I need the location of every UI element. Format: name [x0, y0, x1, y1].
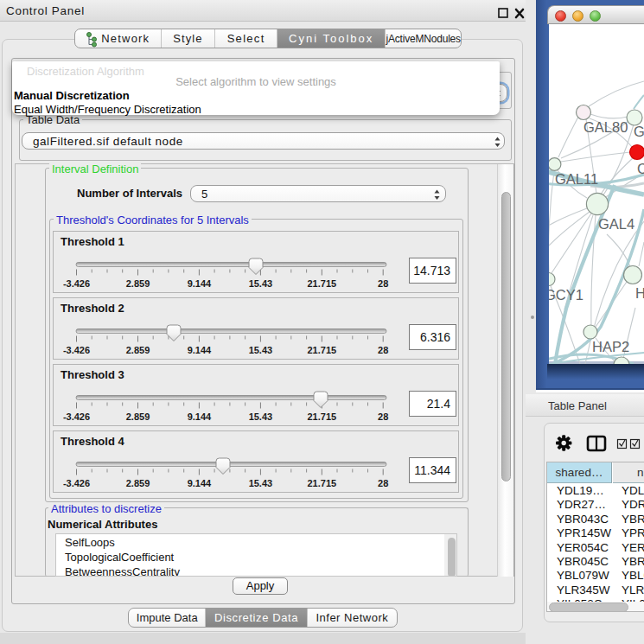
svg-text:21.715: 21.715 — [307, 411, 336, 422]
svg-text:15.43: 15.43 — [249, 278, 273, 289]
svg-text:2.859: 2.859 — [126, 278, 150, 289]
svg-text:2.859: 2.859 — [126, 478, 150, 488]
svg-text:9.144: 9.144 — [188, 478, 212, 488]
svg-text:C: C — [637, 161, 644, 176]
svg-text:21.715: 21.715 — [307, 345, 336, 355]
svg-text:21.715: 21.715 — [307, 478, 336, 488]
svg-text:9.144: 9.144 — [188, 411, 212, 422]
svg-text:2.859: 2.859 — [126, 411, 150, 422]
svg-text:15.43: 15.43 — [249, 411, 273, 422]
svg-text:-3.426: -3.426 — [63, 278, 90, 289]
svg-text:GAL4: GAL4 — [598, 216, 634, 232]
svg-text:-3.426: -3.426 — [63, 345, 90, 355]
svg-text:28: 28 — [378, 278, 388, 289]
svg-text:GAL11: GAL11 — [555, 171, 598, 187]
svg-text:15.43: 15.43 — [249, 478, 273, 488]
svg-text:GAL: GAL — [634, 124, 644, 139]
svg-text:21.715: 21.715 — [307, 278, 336, 289]
svg-text:GCY1: GCY1 — [547, 287, 583, 303]
svg-text:28: 28 — [378, 411, 388, 422]
svg-text:GAL80: GAL80 — [583, 119, 628, 135]
svg-text:-3.426: -3.426 — [63, 411, 90, 422]
svg-text:28: 28 — [378, 345, 388, 355]
svg-text:HAP2: HAP2 — [592, 339, 629, 354]
svg-text:2.859: 2.859 — [126, 345, 150, 355]
svg-text:9.144: 9.144 — [188, 278, 212, 289]
svg-text:28: 28 — [378, 478, 388, 488]
svg-text:15.43: 15.43 — [249, 345, 273, 355]
svg-text:H: H — [635, 285, 644, 301]
svg-text:-3.426: -3.426 — [63, 478, 90, 488]
svg-text:9.144: 9.144 — [188, 345, 212, 355]
